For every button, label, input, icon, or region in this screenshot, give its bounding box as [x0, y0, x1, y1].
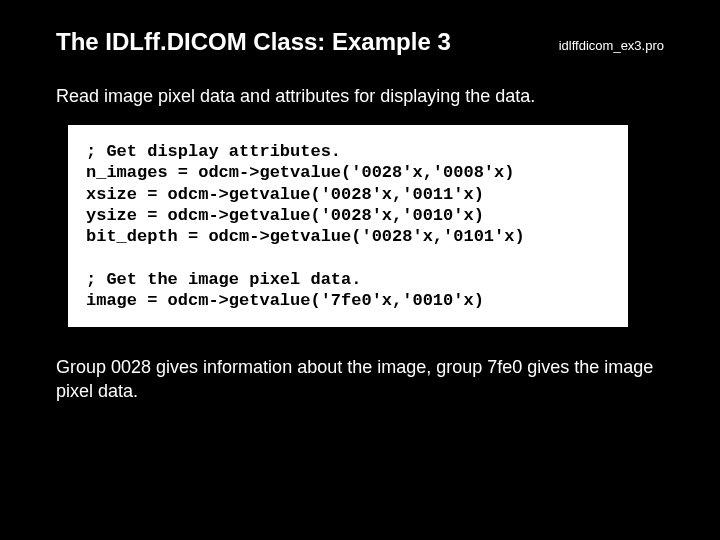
- header-row: The IDLff.DICOM Class: Example 3 idlffdi…: [56, 28, 672, 56]
- code-block: ; Get display attributes. n_images = odc…: [68, 125, 628, 327]
- intro-text: Read image pixel data and attributes for…: [56, 86, 672, 107]
- slide-filename: idlffdicom_ex3.pro: [559, 38, 672, 53]
- slide-title: The IDLff.DICOM Class: Example 3: [56, 28, 451, 56]
- outro-text: Group 0028 gives information about the i…: [56, 355, 656, 404]
- slide: The IDLff.DICOM Class: Example 3 idlffdi…: [0, 0, 720, 540]
